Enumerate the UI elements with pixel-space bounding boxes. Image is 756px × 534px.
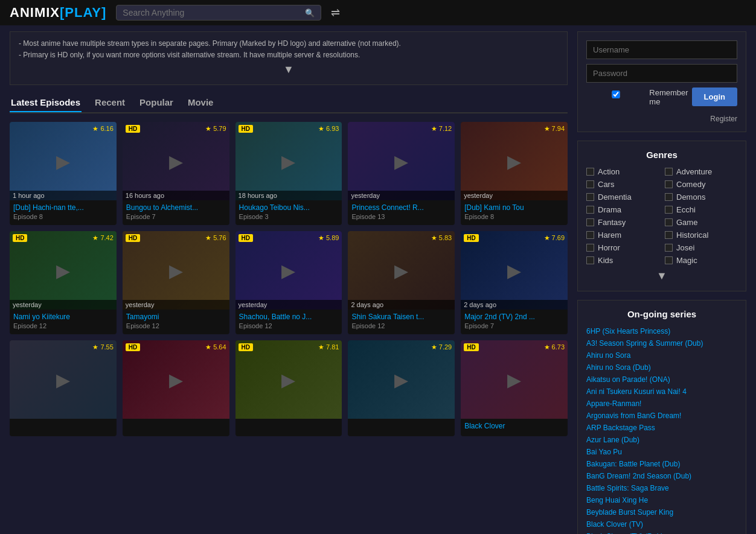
genre-item[interactable]: Action: [586, 167, 659, 176]
genre-checkbox[interactable]: [586, 244, 594, 252]
rating-badge: ★ 5.89: [318, 234, 339, 242]
anime-card[interactable]: ▶★ 6.161 hour ago[Dub] Hachi-nan tte,...…: [10, 122, 117, 225]
genre-label: Harem: [598, 230, 621, 240]
genre-item[interactable]: Fantasy: [586, 218, 659, 227]
anime-info: Houkago Teibou Nis...Episode 3: [235, 200, 342, 225]
genre-item[interactable]: Adventure: [665, 167, 737, 176]
genre-checkbox[interactable]: [665, 168, 673, 176]
genre-item[interactable]: Game: [665, 218, 737, 227]
anime-card[interactable]: ▶HD★ 5.7916 hours agoBungou to Alchemist…: [123, 122, 229, 225]
genre-checkbox[interactable]: [586, 168, 594, 176]
register-link[interactable]: Register: [586, 111, 737, 123]
genre-checkbox[interactable]: [665, 206, 673, 214]
info-toggle[interactable]: ▼: [19, 61, 559, 78]
genre-checkbox[interactable]: [586, 180, 594, 188]
anime-card[interactable]: ▶HD★ 7.692 days agoMajor 2nd (TV) 2nd ..…: [461, 231, 568, 334]
anime-thumb: ▶HD★ 5.7916 hours ago: [123, 122, 229, 200]
rating-badge: ★ 6.16: [92, 125, 113, 133]
genre-checkbox[interactable]: [665, 244, 673, 252]
genre-item[interactable]: Kids: [586, 256, 659, 265]
anime-card[interactable]: ▶HD★ 6.9318 hours agoHoukago Teibou Nis.…: [235, 122, 342, 225]
anime-card[interactable]: ▶HD★ 5.76yesterdayTamayomiEpisode 12: [123, 231, 229, 334]
tab-recent[interactable]: Recent: [94, 94, 126, 112]
genre-item[interactable]: Ecchi: [665, 205, 737, 214]
anime-title: Tamayomi: [126, 313, 226, 321]
genre-checkbox[interactable]: [586, 193, 594, 201]
ongoing-item[interactable]: Beyblade Burst Super King: [586, 506, 737, 518]
ongoing-item[interactable]: 6HP (Six Hearts Princess): [586, 325, 737, 337]
ongoing-item[interactable]: Black Clover (TV): [586, 518, 737, 530]
thumb-placeholder: ▶: [235, 340, 342, 419]
genre-checkbox[interactable]: [586, 218, 594, 226]
anime-card[interactable]: ▶HD★ 5.89yesterdayShachou, Battle no J..…: [235, 231, 342, 334]
tab-movie[interactable]: Movie: [187, 94, 215, 112]
anime-thumb: ▶HD★ 6.9318 hours ago: [235, 122, 342, 200]
anime-info: [Dub] Hachi-nan tte,...Episode 8: [10, 200, 117, 225]
anime-card[interactable]: ▶★ 7.29: [348, 340, 455, 436]
genre-checkbox[interactable]: [665, 231, 673, 239]
thumb-placeholder: ▶: [123, 122, 229, 200]
ongoing-item[interactable]: Battle Spirits: Saga Brave: [586, 482, 737, 494]
ongoing-item[interactable]: Black Clover (TV) (Dub): [586, 530, 737, 534]
genre-checkbox[interactable]: [665, 256, 673, 264]
genres-grid: ActionAdventureCarsComedyDementiaDemonsD…: [586, 167, 737, 265]
remember-checkbox[interactable]: [586, 91, 645, 98]
genre-item[interactable]: Harem: [586, 230, 659, 240]
ongoing-item[interactable]: Bai Yao Pu: [586, 446, 737, 458]
info-line2: - Primary is HD only, if you want more o…: [19, 49, 559, 61]
anime-thumb: ▶HD★ 6.73: [461, 340, 568, 419]
shuffle-icon[interactable]: ⇌: [331, 6, 340, 19]
ongoing-item[interactable]: Azur Lane (Dub): [586, 434, 737, 446]
password-field[interactable]: [586, 64, 737, 83]
genre-checkbox[interactable]: [665, 180, 673, 188]
ongoing-item[interactable]: Ani ni Tsukeru Kusuri wa Nai! 4: [586, 386, 737, 398]
genre-checkbox[interactable]: [665, 218, 673, 226]
remember-row: Remember me Login: [586, 87, 737, 106]
genre-item[interactable]: Josei: [665, 243, 737, 252]
genre-checkbox[interactable]: [586, 256, 594, 264]
ongoing-item[interactable]: BanG Dream! 2nd Season (Dub): [586, 470, 737, 482]
anime-card[interactable]: ▶HD★ 6.73Black Clover: [461, 340, 568, 436]
anime-card[interactable]: ▶★ 7.55: [10, 340, 117, 436]
thumb-placeholder: ▶: [123, 340, 229, 419]
ongoing-item[interactable]: Argonavis from BanG Dream!: [586, 410, 737, 422]
genre-checkbox[interactable]: [665, 193, 673, 201]
anime-card[interactable]: ▶HD★ 7.81: [235, 340, 342, 436]
tab-latest[interactable]: Latest Episodes: [10, 94, 82, 112]
genre-item[interactable]: Comedy: [665, 180, 737, 189]
genre-checkbox[interactable]: [586, 231, 594, 239]
tab-popular[interactable]: Popular: [138, 94, 175, 112]
logo: ANIMIX[PLAY]: [10, 5, 106, 21]
genre-item[interactable]: Dementia: [586, 192, 659, 202]
genre-item[interactable]: Historical: [665, 230, 737, 240]
ongoing-item[interactable]: Bakugan: Battle Planet (Dub): [586, 458, 737, 470]
username-field[interactable]: [586, 40, 737, 59]
genres-expand-icon[interactable]: ▼: [586, 270, 737, 282]
anime-card[interactable]: ▶★ 5.832 days agoShin Sakura Taisen t...…: [348, 231, 455, 334]
rating-badge: ★ 7.55: [92, 343, 113, 351]
time-overlay: yesterday: [348, 191, 455, 200]
genre-item[interactable]: Demons: [665, 192, 737, 202]
genre-item[interactable]: Drama: [586, 205, 659, 214]
login-button[interactable]: Login: [692, 87, 737, 106]
genre-item[interactable]: Cars: [586, 180, 659, 189]
anime-card[interactable]: ▶HD★ 7.42yesterdayNami yo KiitekureEpiso…: [10, 231, 117, 334]
genre-item[interactable]: Horror: [586, 243, 659, 252]
anime-card[interactable]: ▶HD★ 5.64: [123, 340, 229, 436]
anime-card[interactable]: ▶★ 7.12yesterdayPrincess Connect! R...Ep…: [348, 122, 455, 225]
hd-badge: HD: [464, 343, 478, 351]
genre-label: Drama: [598, 205, 621, 214]
content-area: - Most anime have multiple stream types …: [10, 31, 568, 534]
search-icon[interactable]: 🔍: [305, 8, 315, 17]
ongoing-item[interactable]: A3! Season Spring & Summer (Dub): [586, 337, 737, 349]
ongoing-item[interactable]: Aikatsu on Parade! (ONA): [586, 373, 737, 386]
anime-card[interactable]: ▶★ 7.94yesterday[Dub] Kami no TouEpisode…: [461, 122, 568, 225]
ongoing-item[interactable]: Ahiru no Sora: [586, 349, 737, 361]
search-input[interactable]: [123, 8, 301, 17]
ongoing-item[interactable]: Appare-Ranman!: [586, 398, 737, 410]
genre-item[interactable]: Magic: [665, 256, 737, 265]
ongoing-item[interactable]: ARP Backstage Pass: [586, 422, 737, 434]
ongoing-item[interactable]: Ahiru no Sora (Dub): [586, 361, 737, 373]
genre-checkbox[interactable]: [586, 206, 594, 214]
ongoing-item[interactable]: Beng Huai Xing He: [586, 494, 737, 506]
